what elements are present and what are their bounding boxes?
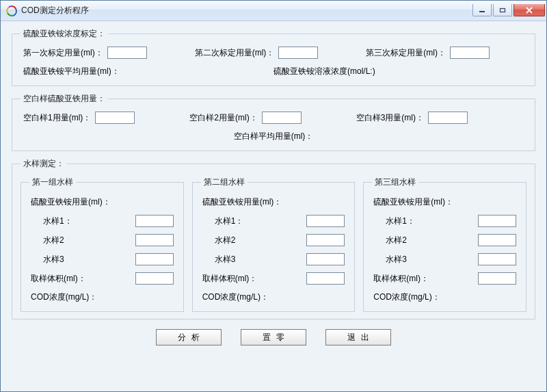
app-icon: [6, 5, 17, 16]
blank-1-field: 空白样1用量(ml)：: [23, 112, 135, 124]
sample-group-2-vol-input[interactable]: [306, 272, 345, 285]
blank-2-label: 空白样2用量(ml)：: [189, 112, 257, 124]
calibration-3-label: 第三次标定用量(ml)：: [366, 47, 446, 59]
sample-group-1-s3-input[interactable]: [135, 253, 174, 265]
sample-group-3: 第三组水样 硫酸亚铁铵用量(ml)： 水样1： 水样2 水样3 取样体积(ml)…: [363, 177, 526, 312]
sample-group-3-cod-label: COD浓度(mg/L)：: [373, 291, 440, 303]
sample-group-1-s2-label: 水样2: [43, 235, 64, 246]
app-window: COD测定分析程序 硫酸亚铁铵浓度标定： 第一次标定用量(ml)：: [0, 0, 547, 392]
client-area: 硫酸亚铁铵浓度标定： 第一次标定用量(ml)： 第二次标定用量(ml)： 第三次…: [1, 21, 546, 391]
sample-group-2-vol-label: 取样体积(ml)：: [202, 273, 258, 285]
window-controls: [472, 4, 545, 16]
calibration-1-label: 第一次标定用量(ml)：: [23, 47, 103, 59]
calibration-2-field: 第二次标定用量(ml)：: [195, 47, 319, 59]
svg-rect-1: [479, 11, 485, 12]
sample-group-2-s1-input[interactable]: [306, 215, 345, 227]
sample-group-2-cod-label: COD浓度(mg/L)：: [202, 291, 269, 303]
sample-group-3-s2-label: 水样2: [386, 235, 407, 246]
sample-group-1-vol-input[interactable]: [135, 272, 174, 285]
sample-group-1-s2-input[interactable]: [135, 234, 174, 246]
blank-legend: 空白样硫酸亚铁用量：: [21, 93, 108, 105]
sample-group-1-cod-label: COD浓度(mg/L)：: [31, 291, 97, 303]
sample-group-1: 第一组水样 硫酸亚铁铵用量(ml)： 水样1： 水样2 水样3 取样体积(ml)…: [21, 177, 184, 312]
calibration-2-input[interactable]: [278, 47, 318, 59]
sample-group-3-vol-input[interactable]: [478, 272, 516, 285]
sample-outer-group: 水样测定： 第一组水样 硫酸亚铁铵用量(ml)： 水样1： 水样2 水样3 取样…: [12, 158, 535, 319]
sample-group-2-legend: 第二组水样: [201, 177, 248, 188]
window-title: COD测定分析程序: [21, 5, 472, 16]
sample-group-1-s3-label: 水样3: [43, 254, 64, 265]
calibration-2-label: 第二次标定用量(ml)：: [195, 47, 275, 59]
calibration-conc-label: 硫酸亚铁铵溶液浓度(mol/L:): [274, 66, 375, 76]
sample-group-2-fe-label: 硫酸亚铁铵用量(ml)：: [202, 196, 282, 208]
sample-outer-legend: 水样测定：: [21, 158, 67, 170]
sample-group-3-legend: 第三组水样: [372, 177, 418, 188]
blank-1-label: 空白样1用量(ml)：: [23, 112, 91, 124]
calibration-3-input[interactable]: [450, 47, 490, 59]
sample-group-2-s3-input[interactable]: [306, 253, 345, 265]
sample-group-3-s1-input[interactable]: [478, 215, 516, 227]
sample-group-2-s1-label: 水样1：: [215, 215, 244, 227]
sample-group-3-s1-label: 水样1：: [386, 215, 415, 227]
reset-button[interactable]: 置零: [241, 329, 306, 345]
sample-group-3-fe-label: 硫酸亚铁铵用量(ml)：: [373, 196, 453, 208]
blank-2-input[interactable]: [262, 112, 302, 124]
blank-3-input[interactable]: [428, 112, 468, 124]
titlebar: COD测定分析程序: [1, 1, 546, 21]
sample-group-3-vol-label: 取样体积(ml)：: [373, 273, 429, 285]
sample-group-2-s3-label: 水样3: [215, 254, 236, 265]
svg-rect-2: [501, 8, 505, 12]
blank-2-field: 空白样2用量(ml)：: [189, 112, 301, 124]
sample-group-3-s3-input[interactable]: [478, 253, 516, 265]
calibration-group: 硫酸亚铁铵浓度标定： 第一次标定用量(ml)： 第二次标定用量(ml)： 第三次…: [12, 28, 535, 86]
sample-group-1-legend: 第一组水样: [29, 177, 76, 188]
blank-group: 空白样硫酸亚铁用量： 空白样1用量(ml)： 空白样2用量(ml)： 空白样3用…: [12, 93, 535, 151]
sample-group-1-vol-label: 取样体积(ml)：: [31, 273, 86, 285]
blank-avg-label: 空白样平均用量(ml)：: [234, 131, 314, 141]
sample-group-3-s3-label: 水样3: [386, 254, 407, 265]
sample-group-2: 第二组水样 硫酸亚铁铵用量(ml)： 水样1： 水样2 水样3 取样体积(ml)…: [192, 177, 356, 312]
sample-group-1-s1-input[interactable]: [135, 215, 174, 227]
close-button[interactable]: [513, 4, 545, 16]
maximize-button[interactable]: [493, 4, 512, 16]
sample-group-1-fe-label: 硫酸亚铁铵用量(ml)：: [31, 196, 111, 208]
sample-group-3-s2-input[interactable]: [478, 234, 516, 246]
sample-group-1-s1-label: 水样1：: [43, 215, 72, 227]
calibration-legend: 硫酸亚铁铵浓度标定：: [21, 28, 108, 40]
button-bar: 分析 置零 退出: [12, 319, 535, 345]
calibration-1-field: 第一次标定用量(ml)：: [23, 47, 147, 59]
blank-3-label: 空白样3用量(ml)：: [356, 112, 424, 124]
exit-button[interactable]: 退出: [325, 329, 391, 345]
blank-3-field: 空白样3用量(ml)：: [356, 112, 468, 124]
blank-1-input[interactable]: [95, 112, 135, 124]
calibration-1-input[interactable]: [107, 47, 147, 59]
calibration-avg-label: 硫酸亚铁铵平均用量(ml)：: [23, 66, 120, 76]
analyze-button[interactable]: 分析: [156, 329, 222, 345]
minimize-button[interactable]: [472, 4, 492, 16]
sample-group-2-s2-label: 水样2: [215, 235, 236, 246]
calibration-3-field: 第三次标定用量(ml)：: [366, 47, 490, 59]
sample-group-2-s2-input[interactable]: [306, 234, 345, 246]
